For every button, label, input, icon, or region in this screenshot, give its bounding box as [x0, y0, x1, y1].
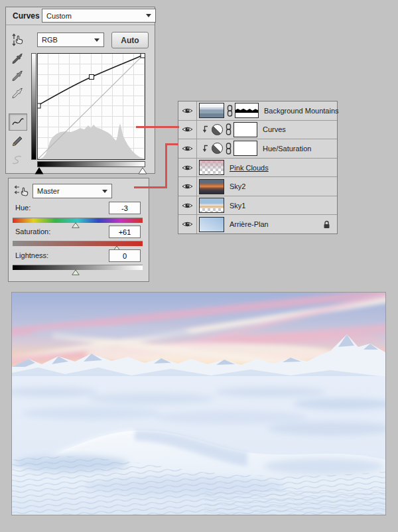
visibility-toggle[interactable] — [178, 159, 197, 177]
curve-point-shadows — [38, 103, 40, 108]
visibility-toggle[interactable] — [178, 101, 197, 120]
eye-icon — [182, 220, 193, 228]
curve-point-midtones — [90, 75, 94, 80]
visibility-toggle[interactable] — [178, 177, 197, 196]
adjustment-layer-icon — [212, 124, 223, 135]
targeted-adjustment-icon[interactable] — [14, 183, 30, 200]
link-icon — [227, 105, 233, 117]
targeted-adjustment-icon[interactable] — [9, 32, 26, 48]
tone-curve — [38, 55, 143, 105]
curves-channel-value: RGB — [38, 36, 94, 44]
hue-sat-channel-dropdown[interactable]: Master — [33, 184, 112, 198]
layer-thumbnail[interactable] — [199, 160, 224, 175]
visibility-toggle[interactable] — [178, 215, 197, 233]
visibility-toggle[interactable] — [178, 121, 197, 139]
layer-name[interactable]: Background Mountains — [264, 107, 339, 115]
layer-thumbnail[interactable] — [199, 217, 224, 232]
auto-button[interactable]: Auto — [111, 32, 149, 48]
visibility-toggle[interactable] — [178, 196, 197, 215]
eye-icon — [182, 145, 193, 153]
layer-thumbnail[interactable] — [199, 179, 224, 194]
layer-row-arriere-plan[interactable]: Arrière-Plan — [178, 215, 337, 233]
connector-hue-sat-line-bottom — [134, 186, 167, 188]
layer-name[interactable]: Sky2 — [230, 182, 245, 190]
lightness-slider-thumb[interactable] — [72, 269, 80, 275]
visibility-toggle[interactable] — [178, 139, 197, 158]
saturation-label: Saturation: — [15, 228, 50, 235]
clipping-mask-arrow-icon — [201, 125, 209, 133]
eye-icon — [182, 125, 193, 133]
hue-saturation-panel: Master Hue: Saturation: Lightness: — [8, 178, 149, 282]
layers-panel: Background Mountains Curves Hue/Saturati… — [178, 101, 338, 234]
hue-label: Hue: — [15, 204, 31, 212]
layer-name[interactable]: Curves — [263, 125, 286, 133]
layer-mask-thumbnail[interactable] — [233, 141, 257, 156]
lock-icon — [323, 220, 330, 229]
black-point-slider[interactable] — [34, 167, 44, 174]
hue-input[interactable] — [109, 202, 141, 214]
layer-row-background-mountains[interactable]: Background Mountains — [178, 101, 337, 121]
layer-name[interactable]: Pink Clouds — [230, 164, 269, 172]
layer-mask-thumbnail[interactable] — [235, 103, 259, 118]
input-levels-horizontal-gradient — [37, 161, 145, 167]
curves-preset-value: Custom — [42, 12, 146, 20]
histogram — [38, 123, 145, 159]
white-point-slider[interactable] — [138, 167, 147, 174]
layer-mask-thumbnail[interactable] — [233, 122, 257, 137]
eye-icon — [182, 107, 193, 115]
curves-panel-title: Curves — [13, 11, 40, 21]
layer-name[interactable]: Arrière-Plan — [230, 220, 269, 228]
lightness-label: Lightness: — [15, 251, 48, 259]
black-point-eyedropper-icon[interactable] — [9, 51, 26, 67]
chevron-down-icon — [102, 190, 107, 193]
connector-hue-sat-line-top — [167, 143, 178, 145]
link-icon — [226, 123, 232, 135]
layer-row-hue-saturation[interactable]: Hue/Saturation — [178, 139, 337, 159]
layer-thumbnail[interactable] — [199, 198, 224, 213]
eye-icon — [182, 182, 193, 190]
eye-icon — [182, 202, 193, 210]
snow-desert-image — [12, 293, 385, 515]
lightness-input[interactable] — [109, 249, 141, 262]
chevron-down-icon — [94, 38, 100, 42]
saturation-gradient-bar — [13, 241, 143, 246]
layer-row-pink-clouds[interactable]: Pink Clouds — [178, 159, 337, 178]
saturation-input[interactable] — [109, 226, 141, 238]
layer-name[interactable]: Hue/Saturation — [263, 145, 311, 153]
eye-icon — [182, 164, 193, 172]
layer-row-curves[interactable]: Curves — [178, 121, 337, 140]
connector-hue-sat-line-vertical — [165, 143, 167, 188]
curve-point-highlights — [141, 54, 145, 58]
curves-grid[interactable] — [37, 53, 145, 160]
adjustment-layer-icon — [212, 143, 223, 154]
connector-curves-line — [136, 126, 179, 128]
hue-sat-channel-value: Master — [33, 187, 102, 195]
white-point-eyedropper-icon[interactable] — [9, 86, 26, 101]
gray-point-eyedropper-icon[interactable] — [9, 68, 26, 84]
curves-preset-dropdown[interactable]: Custom — [42, 9, 156, 23]
curve-point-tool-icon[interactable] — [9, 113, 27, 131]
layer-name[interactable]: Sky1 — [230, 202, 245, 210]
smooth-curve-icon — [9, 152, 26, 168]
document-canvas[interactable] — [11, 292, 386, 515]
chevron-down-icon — [146, 14, 151, 17]
input-levels-vertical-gradient — [31, 53, 36, 160]
layer-thumbnail[interactable] — [199, 103, 224, 118]
link-icon — [226, 143, 232, 155]
curves-channel-dropdown[interactable]: RGB — [37, 33, 104, 47]
curves-panel: Curves Custom RGB Auto — [5, 7, 155, 174]
pencil-tool-icon[interactable] — [9, 133, 26, 149]
clipping-mask-arrow-icon — [201, 145, 209, 153]
layer-row-sky1[interactable]: Sky1 — [178, 196, 337, 216]
hue-slider-thumb[interactable] — [72, 222, 80, 228]
layer-row-sky2[interactable]: Sky2 — [178, 177, 337, 196]
